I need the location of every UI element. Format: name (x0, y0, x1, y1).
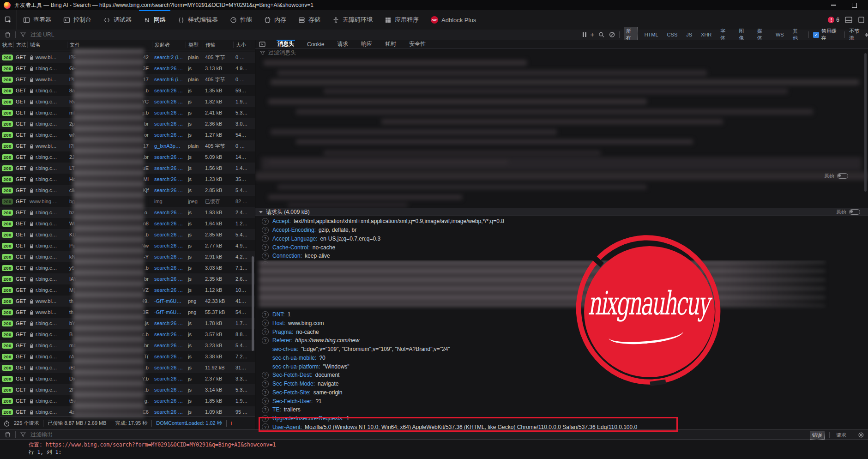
initiator-cell[interactable]: search:26 … (152, 398, 186, 404)
settings-icon[interactable] (858, 17, 864, 23)
col-transferred[interactable]: 传输 (203, 42, 234, 48)
col-size[interactable]: 大小 (234, 42, 251, 48)
filter-css[interactable]: CSS (665, 31, 680, 38)
help-icon[interactable] (262, 235, 269, 242)
initiator-cell[interactable]: search:26 … (152, 88, 186, 93)
filter-js[interactable]: JS (684, 31, 694, 38)
initiator-cell[interactable]: search:26 … (152, 66, 186, 71)
initiator-cell[interactable]: search:26 … (152, 332, 186, 337)
initiator-cell[interactable]: search:2 (i… (152, 54, 186, 60)
filter-output-input[interactable]: 过滤输出 (30, 431, 53, 439)
initiator-cell[interactable]: search:26 … (152, 409, 186, 415)
initiator-cell[interactable]: search:26 … (152, 210, 186, 215)
initiator-cell[interactable]: search:26 … (152, 320, 186, 326)
tab-application[interactable]: 应用程序 (379, 10, 425, 30)
col-file[interactable]: 文件 (67, 42, 152, 48)
initiator-cell[interactable]: search:6 (i… (152, 77, 186, 82)
details-scrollbar[interactable] (864, 53, 867, 192)
help-icon[interactable] (262, 311, 269, 318)
help-icon[interactable] (262, 328, 269, 335)
console-filter-requests[interactable]: 请求 (834, 431, 848, 439)
initiator-cell[interactable]: search:26 … (152, 99, 186, 104)
initiator-cell[interactable]: search:26 … (152, 187, 186, 193)
help-icon[interactable] (262, 253, 269, 260)
pause-icon[interactable] (583, 32, 586, 37)
minimize-icon[interactable] (831, 5, 836, 6)
initiator-cell[interactable]: search:26 … (152, 121, 186, 127)
help-icon[interactable] (262, 320, 269, 326)
help-icon[interactable] (262, 244, 269, 251)
help-icon[interactable] (262, 337, 269, 344)
panel-toggle-icon[interactable] (259, 42, 265, 47)
help-icon[interactable] (262, 398, 269, 405)
initiator-cell[interactable]: search:26 … (152, 110, 186, 115)
table-scrollbar[interactable] (252, 256, 254, 351)
tab-inspector[interactable]: 查看器 (17, 10, 57, 30)
initiator-cell[interactable]: search:26 … (152, 354, 186, 359)
help-icon[interactable] (262, 372, 269, 379)
initiator-cell[interactable]: search:26 … (152, 343, 186, 348)
add-request-icon[interactable]: + (591, 31, 595, 38)
filter-ws[interactable]: WS (773, 31, 786, 38)
pick-element-icon[interactable] (5, 16, 12, 24)
initiator-cell[interactable]: -GfT-m6U… (152, 298, 186, 304)
tab-storage[interactable]: 存储 (292, 10, 326, 30)
initiator-cell[interactable]: search:26 … (152, 387, 186, 393)
tab-debugger[interactable]: 调试器 (97, 10, 138, 30)
split-console-icon[interactable] (845, 17, 852, 23)
tab-network[interactable]: 网络 (138, 10, 172, 30)
restore-icon[interactable] (852, 3, 857, 8)
initiator-cell[interactable]: img (152, 199, 186, 204)
tab-memory[interactable]: 内存 (258, 10, 292, 30)
block-icon[interactable] (609, 31, 615, 38)
clear-console-icon[interactable] (5, 431, 11, 438)
help-icon[interactable] (262, 380, 269, 387)
error-location-link[interactable]: 位置: https://www.bing.com/search?form=MY0… (29, 441, 868, 448)
request-raw-toggle[interactable]: 原始 (836, 209, 860, 216)
gear-icon[interactable] (858, 432, 864, 438)
col-domain[interactable]: 域名 (28, 42, 67, 48)
initiator-cell[interactable]: search:26 … (152, 132, 186, 138)
help-icon[interactable] (262, 227, 269, 234)
tab-console[interactable]: 控制台 (57, 10, 97, 30)
request-headers-section-bar[interactable]: 请求头 (4.009 kB) 原始 (255, 208, 868, 216)
col-type[interactable]: 类型 (186, 42, 203, 48)
clear-requests-icon[interactable] (5, 31, 11, 38)
tab-security[interactable]: 安全性 (408, 40, 427, 49)
col-method[interactable]: 方法 (14, 42, 28, 48)
tab-timings[interactable]: 耗时 (384, 40, 397, 49)
tab-accessibility[interactable]: 无障碍环境 (326, 10, 379, 30)
initiator-cell[interactable]: search:26 … (152, 376, 186, 381)
tab-response[interactable]: 响应 (360, 40, 373, 49)
help-icon[interactable] (262, 261, 269, 268)
tab-cookie[interactable]: Cookie (306, 40, 325, 49)
error-count-badge[interactable]: ! 6 (828, 17, 839, 23)
initiator-cell[interactable]: search:26 … (152, 165, 186, 171)
filter-html[interactable]: HTML (642, 31, 661, 38)
filter-url-input[interactable]: 过滤 URL (30, 31, 54, 39)
tab-adblock-plus[interactable]: ABP Adblock Plus (425, 10, 482, 30)
console-filter-errors[interactable]: 错误 (810, 431, 825, 440)
tab-style-editor[interactable]: 样式编辑器 (172, 10, 224, 30)
initiator-cell[interactable]: search:26 … (152, 276, 186, 282)
tab-performance[interactable]: 性能 (224, 10, 258, 30)
initiator-cell[interactable]: search:26 … (152, 287, 186, 293)
search-icon[interactable] (598, 31, 604, 38)
initiator-cell[interactable]: search:26 … (152, 365, 186, 370)
dom-content-loaded-time[interactable]: DOMContentLoaded: 1.02 秒 (156, 420, 222, 427)
help-icon[interactable] (262, 389, 269, 396)
col-status[interactable]: 状态 (0, 42, 14, 48)
initiator-cell[interactable]: search:26 … (152, 254, 186, 260)
filter-xhr[interactable]: XHR (699, 31, 714, 38)
help-icon[interactable] (262, 406, 269, 413)
initiator-cell[interactable]: search:26 … (152, 265, 186, 271)
tab-request[interactable]: 请求 (336, 40, 349, 49)
response-raw-toggle[interactable]: 原始 (824, 172, 866, 180)
col-initiator[interactable]: 发起者 (152, 42, 186, 48)
load-time-partial[interactable]: l (231, 421, 232, 426)
initiator-cell[interactable]: -GfT-m6U… (152, 309, 186, 315)
initiator-cell[interactable]: g_lxnA3p… (152, 143, 186, 149)
initiator-cell[interactable]: search:26 … (152, 232, 186, 237)
help-icon[interactable] (262, 218, 269, 225)
filter-headers-input[interactable]: 过滤消息头 (268, 49, 296, 57)
